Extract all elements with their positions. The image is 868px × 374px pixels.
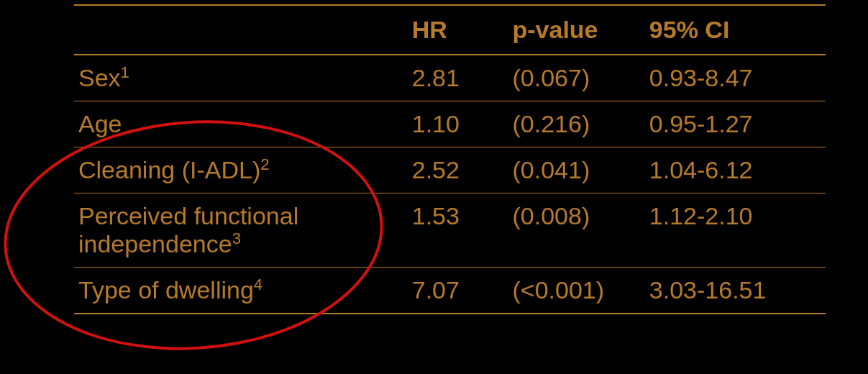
table-row: Age 1.10 (0.216) 0.95-1.27 xyxy=(74,101,826,147)
row-p: (0.008) xyxy=(508,193,645,268)
row-label: Cleaning (I-ADL)2 xyxy=(74,147,408,193)
slide-stage: HR p-value 95% CI Sex1 2.81 (0.067) 0.93… xyxy=(0,0,868,374)
label-sup: 2 xyxy=(260,155,269,173)
row-p: (0.216) xyxy=(508,101,645,147)
results-table: HR p-value 95% CI Sex1 2.81 (0.067) 0.93… xyxy=(74,4,826,314)
row-label: Sex1 xyxy=(74,55,408,101)
row-label: Perceived functional independence3 xyxy=(74,193,408,268)
label-sup: 1 xyxy=(121,63,129,81)
label-sup: 3 xyxy=(232,229,241,247)
table-row: Sex1 2.81 (0.067) 0.93-8.47 xyxy=(74,55,826,101)
table-row: Perceived functional independence3 1.53 … xyxy=(74,193,826,268)
header-variable xyxy=(74,5,408,55)
row-hr: 1.53 xyxy=(408,193,508,268)
row-hr: 2.52 xyxy=(408,147,508,193)
row-hr: 2.81 xyxy=(408,55,508,101)
label-text: Perceived functional independence xyxy=(78,202,298,257)
label-text: Type of dwelling xyxy=(78,276,254,304)
row-hr: 7.07 xyxy=(408,268,508,314)
row-p: (0.067) xyxy=(508,55,645,101)
label-sup: 4 xyxy=(254,275,262,293)
header-pvalue: p-value xyxy=(508,5,645,55)
row-ci: 1.04-6.12 xyxy=(645,147,826,193)
label-text: Sex xyxy=(78,64,121,91)
row-ci: 0.95-1.27 xyxy=(645,101,826,147)
table-header-row: HR p-value 95% CI xyxy=(74,5,826,55)
header-ci: 95% CI xyxy=(645,5,826,55)
row-p: (0.041) xyxy=(508,147,645,193)
row-ci: 1.12-2.10 xyxy=(645,193,826,268)
row-label: Age xyxy=(74,101,408,147)
table-row: Cleaning (I-ADL)2 2.52 (0.041) 1.04-6.12 xyxy=(74,147,826,193)
row-label: Type of dwelling4 xyxy=(74,268,408,314)
label-text: Age xyxy=(78,110,122,137)
row-p: (<0.001) xyxy=(508,268,645,314)
row-ci: 0.93-8.47 xyxy=(645,55,826,101)
row-ci: 3.03-16.51 xyxy=(645,268,826,314)
header-hr: HR xyxy=(408,5,508,55)
table-row: Type of dwelling4 7.07 (<0.001) 3.03-16.… xyxy=(74,268,826,314)
row-hr: 1.10 xyxy=(408,101,508,147)
label-text: Cleaning (I-ADL) xyxy=(78,156,260,183)
